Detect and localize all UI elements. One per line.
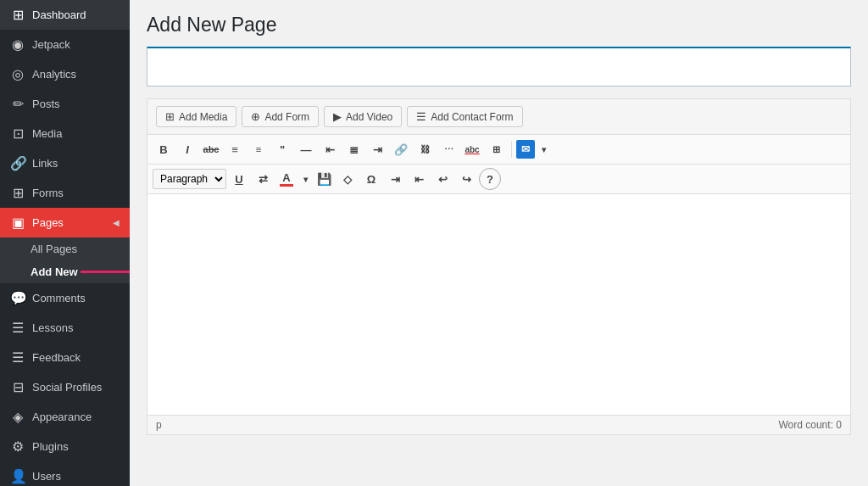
add-contact-form-icon: ☰	[416, 110, 426, 123]
more-button[interactable]: ⋯	[437, 138, 459, 160]
posts-icon: ✏	[10, 96, 25, 112]
jetpack-icon: ◉	[10, 36, 25, 53]
appearance-icon: ◈	[10, 409, 25, 425]
bold-button[interactable]: B	[153, 138, 175, 160]
justify-button[interactable]: ⇄	[252, 168, 274, 190]
special-chars-button[interactable]: Ω	[360, 168, 382, 190]
add-new-arrow	[81, 266, 130, 278]
strikethrough-button[interactable]: abc	[200, 138, 222, 160]
blockquote-button[interactable]: "	[271, 138, 293, 160]
dashboard-icon: ⊞	[10, 7, 25, 23]
editor-p-tag: p	[156, 419, 162, 431]
add-video-icon: ▶	[333, 110, 342, 123]
add-video-button[interactable]: ▶ Add Video	[324, 106, 402, 127]
page-title: Add New Page	[147, 14, 851, 36]
toolbar-row-2: Paragraph U ⇄ A ▾ 💾 ◇ Ω ⇥ ⇤ ↩ ↪ ?	[147, 165, 850, 194]
align-center-button[interactable]: ≣	[342, 138, 364, 160]
underline-button[interactable]: U	[228, 168, 250, 190]
toolbar-caret-button[interactable]: ▾	[537, 138, 550, 160]
sidebar-item-forms[interactable]: ⊞ Forms	[0, 178, 130, 208]
sidebar-item-analytics[interactable]: ◎ Analytics	[0, 59, 130, 89]
add-media-button[interactable]: ⊞ Add Media	[156, 106, 236, 127]
sidebar-item-comments[interactable]: 💬 Comments	[0, 283, 130, 313]
sidebar-item-lessons[interactable]: ☰ Lessons	[0, 313, 130, 343]
text-color-button[interactable]: A	[275, 168, 298, 190]
media-icon: ⊡	[10, 126, 25, 142]
help-button[interactable]: ?	[479, 168, 501, 190]
content-area: Add New Page ⊞ Add Media ⊕ Add Form ▶ Ad…	[130, 0, 868, 486]
sidebar-item-posts[interactable]: ✏ Posts	[0, 89, 130, 119]
erase-button[interactable]: ◇	[337, 168, 359, 190]
plugins-icon: ⚙	[10, 439, 25, 455]
sidebar-item-media[interactable]: ⊡ Media	[0, 119, 130, 148]
links-icon: 🔗	[10, 155, 25, 171]
feedback-icon: ☰	[10, 349, 25, 366]
undo-button[interactable]: ↩	[431, 168, 453, 190]
add-form-icon: ⊕	[251, 110, 260, 123]
add-form-button[interactable]: ⊕ Add Form	[242, 106, 319, 127]
toolbar1-divider	[511, 141, 512, 158]
pages-arrow: ◀	[113, 218, 120, 227]
page-title-input[interactable]	[147, 47, 851, 87]
lessons-icon: ☰	[10, 320, 25, 336]
indent-button[interactable]: ⇥	[384, 168, 406, 190]
pages-submenu: All Pages Add New	[0, 237, 130, 283]
sidebar-item-links[interactable]: 🔗 Links	[0, 148, 130, 178]
users-icon: 👤	[10, 468, 25, 484]
envelope-button[interactable]: ✉	[516, 140, 535, 159]
sidebar-all-pages[interactable]: All Pages	[0, 237, 130, 260]
editor-body[interactable]	[147, 194, 850, 415]
hr-button[interactable]: —	[295, 138, 317, 160]
spellcheck-button[interactable]: abc	[461, 138, 483, 160]
sidebar-item-jetpack[interactable]: ◉ Jetpack	[0, 30, 130, 59]
editor-status-bar: p Word count: 0	[147, 415, 850, 434]
main-content: Add New Page ⊞ Add Media ⊕ Add Form ▶ Ad…	[130, 0, 868, 486]
color-caret-button[interactable]: ▾	[299, 168, 311, 190]
unordered-list-button[interactable]: ≡	[224, 138, 246, 160]
table-button[interactable]: ⊞	[485, 138, 507, 160]
add-contact-form-button[interactable]: ☰ Add Contact Form	[407, 106, 522, 127]
social-profiles-icon: ⊟	[10, 379, 25, 395]
comments-icon: 💬	[10, 290, 25, 306]
editor-wrapper: ⊞ Add Media ⊕ Add Form ▶ Add Video ☰ Add…	[147, 98, 851, 435]
sidebar: ⊞ Dashboard ◉ Jetpack ◎ Analytics ✏ Post…	[0, 0, 130, 486]
word-count: Word count: 0	[778, 419, 842, 431]
paragraph-select[interactable]: Paragraph	[153, 169, 226, 189]
analytics-icon: ◎	[10, 66, 25, 82]
italic-button[interactable]: I	[176, 138, 198, 160]
sidebar-item-appearance[interactable]: ◈ Appearance	[0, 402, 130, 432]
pages-icon: ▣	[10, 215, 25, 231]
save-draft-button[interactable]: 💾	[313, 168, 335, 190]
sidebar-item-social-profiles[interactable]: ⊟ Social Profiles	[0, 372, 130, 402]
media-buttons-row: ⊞ Add Media ⊕ Add Form ▶ Add Video ☰ Add…	[147, 99, 850, 135]
outdent-button[interactable]: ⇤	[408, 168, 430, 190]
text-color-icon: A	[280, 172, 293, 187]
redo-button[interactable]: ↪	[455, 168, 477, 190]
sidebar-item-plugins[interactable]: ⚙ Plugins	[0, 432, 130, 461]
align-left-button[interactable]: ⇤	[319, 138, 341, 160]
sidebar-item-dashboard[interactable]: ⊞ Dashboard	[0, 0, 130, 30]
sidebar-item-users[interactable]: 👤 Users	[0, 461, 130, 486]
toolbar-row-1: B I abc ≡ ≡ " — ⇤ ≣ ⇥ 🔗 ⛓ ⋯ abc ⊞ ✉ ▾	[147, 135, 850, 165]
align-right-button[interactable]: ⇥	[366, 138, 388, 160]
sidebar-item-pages[interactable]: ▣ Pages ◀	[0, 208, 130, 237]
unlink-button[interactable]: ⛓	[414, 138, 436, 160]
sidebar-item-feedback[interactable]: ☰ Feedback	[0, 343, 130, 372]
add-media-icon: ⊞	[165, 110, 175, 123]
sidebar-add-new[interactable]: Add New	[0, 260, 88, 283]
ordered-list-button[interactable]: ≡	[248, 138, 270, 160]
forms-icon: ⊞	[10, 185, 25, 201]
link-button[interactable]: 🔗	[390, 138, 412, 160]
